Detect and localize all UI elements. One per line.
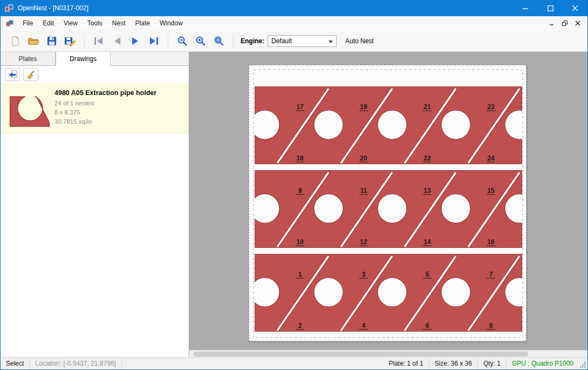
- part-thumbnail: [5, 88, 54, 129]
- svg-text:18: 18: [296, 154, 304, 162]
- auto-nest-label[interactable]: Auto Nest: [345, 37, 374, 45]
- sidebar-tabs: Plates Drawings: [1, 52, 189, 66]
- horizontal-scrollbar[interactable]: [189, 350, 587, 357]
- zoom-out-icon[interactable]: [173, 32, 192, 50]
- drawing-area: 30.7815 sq/in: [54, 117, 156, 126]
- svg-text:1: 1: [298, 271, 302, 278]
- open-folder-icon[interactable]: [24, 32, 43, 50]
- previous-plate-icon[interactable]: [108, 32, 126, 50]
- engine-value: Default: [271, 37, 292, 45]
- drawing-size: 8 x 8.375: [54, 108, 156, 117]
- svg-text:23: 23: [487, 103, 495, 111]
- statusbar: Select Location: [-0.9437, 21.8796] Plat…: [1, 357, 587, 369]
- menu-plate[interactable]: Plate: [131, 17, 155, 29]
- svg-text:7: 7: [489, 271, 493, 278]
- import-drawing-icon[interactable]: [5, 68, 20, 81]
- svg-text:22: 22: [423, 154, 431, 162]
- svg-text:20: 20: [360, 154, 367, 162]
- menu-nest[interactable]: Nest: [107, 17, 131, 29]
- app-icon: [5, 4, 13, 12]
- svg-text:5: 5: [426, 271, 429, 278]
- sidebar: Plates Drawings 4980 A05 Extraction pipe…: [1, 52, 189, 357]
- tab-drawings[interactable]: Drawings: [56, 52, 111, 66]
- app-window: OpenNest - [N0317-002] File Edit View To…: [0, 0, 588, 370]
- engine-select[interactable]: Default: [268, 35, 337, 47]
- plate-nest-svg: 171921231820222491113151012141613572468: [249, 65, 527, 342]
- svg-text:21: 21: [423, 103, 431, 111]
- menu-tools[interactable]: Tools: [83, 17, 107, 29]
- first-plate-icon[interactable]: [90, 32, 108, 50]
- clean-icon[interactable]: [23, 68, 38, 81]
- svg-text:17: 17: [296, 103, 304, 111]
- svg-text:9: 9: [298, 187, 302, 194]
- svg-text:16: 16: [487, 238, 495, 246]
- zoom-in-icon[interactable]: [192, 32, 210, 50]
- resize-grip[interactable]: [579, 358, 587, 369]
- svg-text:15: 15: [487, 187, 495, 194]
- plate: 171921231820222491113151012141613572468: [249, 65, 527, 341]
- tab-plates[interactable]: Plates: [1, 52, 56, 65]
- save-icon[interactable]: [43, 32, 61, 50]
- close-icon[interactable]: [563, 0, 587, 16]
- svg-text:6: 6: [426, 322, 429, 329]
- last-plate-icon[interactable]: [145, 32, 163, 50]
- svg-text:4: 4: [362, 322, 366, 329]
- menu-view[interactable]: View: [59, 17, 83, 29]
- next-plate-icon[interactable]: [126, 32, 145, 50]
- save-as-icon[interactable]: [61, 32, 79, 50]
- toolbar-separator: [233, 34, 234, 48]
- maximize-icon[interactable]: [538, 0, 563, 16]
- status-spacer: [121, 358, 384, 369]
- menu-file[interactable]: File: [18, 17, 38, 29]
- child-minimize-icon[interactable]: [545, 18, 558, 29]
- menu-edit[interactable]: Edit: [38, 17, 59, 29]
- status-location: Location: [-0.9437, 21.8796]: [29, 358, 121, 369]
- status-size: Size: 36 x 36: [429, 358, 477, 369]
- status-mode: Select: [1, 358, 29, 369]
- svg-text:14: 14: [423, 238, 431, 246]
- content-area: Plates Drawings 4980 A05 Extraction pipe…: [1, 52, 587, 357]
- drawings-toolbar: [1, 66, 189, 83]
- toolbar-separator: [168, 34, 168, 48]
- child-close-icon[interactable]: [571, 18, 584, 29]
- document-icon: [6, 19, 13, 27]
- engine-label: Engine:: [241, 37, 264, 45]
- svg-text:10: 10: [296, 238, 304, 246]
- minimize-icon[interactable]: [513, 0, 538, 16]
- status-gpu: GPU : Quadro P1000: [506, 358, 579, 369]
- toolbar-separator: [84, 34, 85, 48]
- svg-text:11: 11: [360, 187, 367, 194]
- svg-text:24: 24: [487, 154, 495, 162]
- canvas-column: 171921231820222491113151012141613572468: [189, 52, 587, 357]
- zoom-fit-icon[interactable]: [210, 32, 228, 50]
- svg-text:2: 2: [298, 322, 302, 329]
- svg-text:12: 12: [360, 238, 367, 246]
- scrollbar-thumb[interactable]: [194, 352, 528, 356]
- menubar: File Edit View Tools Nest Plate Window: [1, 16, 587, 30]
- drawing-title: 4980 A05 Extraction pipe holder: [54, 89, 156, 98]
- nest-canvas[interactable]: 171921231820222491113151012141613572468: [189, 52, 587, 350]
- svg-text:3: 3: [362, 271, 366, 278]
- drawing-list-item[interactable]: 4980 A05 Extraction pipe holder 24 of 1 …: [1, 83, 189, 133]
- window-title: OpenNest - [N0317-002]: [18, 4, 88, 12]
- svg-text:19: 19: [360, 103, 367, 111]
- menu-window[interactable]: Window: [155, 17, 188, 29]
- child-restore-icon[interactable]: [558, 18, 571, 29]
- status-plate: Plate: 1 of 1: [383, 358, 428, 369]
- drawing-nested-count: 24 of 1 nested: [54, 99, 156, 108]
- status-qty: Qty: 1: [477, 358, 506, 369]
- chevron-down-icon: [329, 41, 333, 43]
- titlebar: OpenNest - [N0317-002]: [1, 0, 587, 16]
- new-file-icon[interactable]: [6, 32, 24, 50]
- main-toolbar: Engine: Default Auto Nest: [1, 30, 587, 52]
- svg-text:8: 8: [489, 322, 493, 329]
- svg-text:13: 13: [423, 187, 431, 194]
